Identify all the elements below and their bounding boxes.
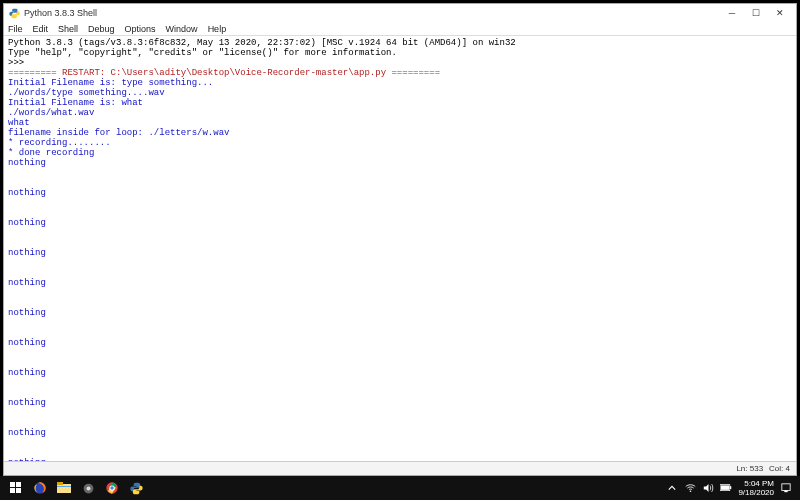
svg-point-9 (86, 486, 90, 490)
svg-rect-17 (782, 484, 790, 491)
tray-wifi-icon[interactable] (684, 482, 696, 494)
console-line (8, 258, 792, 268)
console-line (8, 208, 792, 218)
svg-rect-0 (10, 482, 15, 487)
console-line: nothing (8, 368, 792, 378)
svg-point-12 (110, 486, 114, 490)
console-line (8, 298, 792, 308)
console-line: Initial Filename is: what (8, 98, 792, 108)
console-line: ========= RESTART: C:\Users\adity\Deskto… (8, 68, 792, 78)
taskbar-chrome[interactable] (100, 478, 124, 498)
console-line: what (8, 118, 792, 128)
svg-rect-1 (16, 482, 21, 487)
console-line: nothing (8, 428, 792, 438)
console-line: nothing (8, 398, 792, 408)
console-line (8, 318, 792, 328)
console-line: Initial Filename is: type something... (8, 78, 792, 88)
console-line: nothing (8, 218, 792, 228)
console-line: nothing (8, 188, 792, 198)
svg-rect-3 (16, 488, 21, 493)
maximize-button[interactable]: ☐ (744, 5, 768, 21)
console-line (8, 408, 792, 418)
console-line: ./words/type something....wav (8, 88, 792, 98)
idle-window: Python 3.8.3 Shell ─ ☐ ✕ File Edit Shell… (3, 3, 797, 476)
console-line (8, 288, 792, 298)
console-line: Type "help", "copyright", "credits" or "… (8, 48, 792, 58)
svg-rect-7 (57, 486, 71, 487)
console-line (8, 238, 792, 248)
taskbar-idle[interactable] (124, 478, 148, 498)
console-line (8, 328, 792, 338)
menu-edit[interactable]: Edit (33, 24, 49, 34)
svg-rect-2 (10, 488, 15, 493)
tray-notifications-icon[interactable] (780, 482, 792, 494)
menu-help[interactable]: Help (208, 24, 227, 34)
tray-time[interactable]: 5:04 PM (744, 479, 774, 488)
console-line (8, 268, 792, 278)
menu-file[interactable]: File (8, 24, 23, 34)
tray-date[interactable]: 9/18/2020 (738, 488, 774, 497)
console-line: Python 3.8.3 (tags/v3.8.3:6f8c832, May 1… (8, 38, 792, 48)
status-col: Col: 4 (769, 464, 790, 473)
console-line: filename inside for loop: ./letters/w.wa… (8, 128, 792, 138)
console-line (8, 448, 792, 458)
console-line: nothing (8, 158, 792, 168)
console-line: * recording........ (8, 138, 792, 148)
console-line (8, 378, 792, 388)
python-icon (8, 7, 20, 19)
console-line: nothing (8, 458, 792, 461)
shell-output[interactable]: Python 3.8.3 (tags/v3.8.3:6f8c832, May 1… (4, 36, 796, 461)
console-line (8, 168, 792, 178)
console-line: nothing (8, 308, 792, 318)
tray-battery-icon[interactable] (720, 482, 732, 494)
minimize-button[interactable]: ─ (720, 5, 744, 21)
console-line (8, 198, 792, 208)
taskbar-firefox[interactable] (28, 478, 52, 498)
console-line: nothing (8, 248, 792, 258)
tray-volume-icon[interactable] (702, 482, 714, 494)
status-bar: Ln: 533 Col: 4 (4, 461, 796, 475)
svg-rect-18 (784, 491, 787, 493)
console-line (8, 388, 792, 398)
console-line: nothing (8, 338, 792, 348)
system-tray: 5:04 PM 9/18/2020 (666, 479, 796, 497)
close-button[interactable]: ✕ (768, 5, 792, 21)
window-title: Python 3.8.3 Shell (24, 8, 97, 18)
svg-rect-15 (730, 486, 732, 489)
status-line: Ln: 533 (736, 464, 763, 473)
console-line (8, 438, 792, 448)
titlebar[interactable]: Python 3.8.3 Shell ─ ☐ ✕ (4, 4, 796, 22)
menu-options[interactable]: Options (125, 24, 156, 34)
svg-rect-16 (721, 485, 729, 490)
console-line (8, 358, 792, 368)
console-line: * done recording (8, 148, 792, 158)
menu-debug[interactable]: Debug (88, 24, 115, 34)
taskbar-file-explorer[interactable] (52, 478, 76, 498)
console-line: ./words/what.wav (8, 108, 792, 118)
menu-shell[interactable]: Shell (58, 24, 78, 34)
svg-rect-5 (57, 484, 71, 493)
taskbar-app[interactable] (76, 478, 100, 498)
svg-rect-6 (57, 482, 63, 485)
menubar: File Edit Shell Debug Options Window Hel… (4, 22, 796, 36)
console-line: nothing (8, 278, 792, 288)
console-line (8, 418, 792, 428)
console-line (8, 228, 792, 238)
console-line: >>> (8, 58, 792, 68)
console-line (8, 178, 792, 188)
svg-point-13 (690, 490, 692, 492)
tray-chevron-icon[interactable] (666, 482, 678, 494)
menu-window[interactable]: Window (166, 24, 198, 34)
taskbar: 5:04 PM 9/18/2020 (0, 476, 800, 500)
console-line (8, 348, 792, 358)
start-button[interactable] (4, 478, 28, 498)
